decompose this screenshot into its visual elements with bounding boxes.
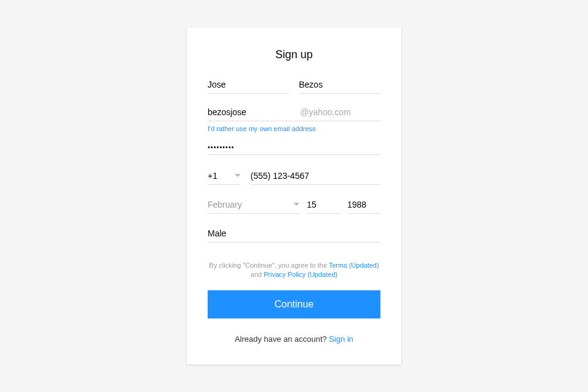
- signup-card: Sign up @yahoo.com I'd rather use my own…: [187, 28, 401, 365]
- page-title: Sign up: [208, 48, 380, 61]
- gender-input[interactable]: [208, 225, 380, 243]
- first-name-input[interactable]: [208, 76, 289, 94]
- phone-input[interactable]: [251, 167, 380, 185]
- birth-day-input[interactable]: [307, 196, 340, 214]
- chevron-down-icon: [293, 203, 300, 206]
- chevron-down-icon: [235, 174, 241, 177]
- email-local-input[interactable]: [208, 104, 288, 121]
- use-own-email-link[interactable]: I'd rather use my own email address: [208, 125, 315, 132]
- country-code-select[interactable]: +1: [208, 167, 241, 185]
- agreement-text: By clicking "Continue", you agree to the…: [208, 261, 380, 280]
- birth-year-input[interactable]: [347, 196, 380, 214]
- birth-month-select[interactable]: February: [208, 196, 300, 214]
- last-name-input[interactable]: [299, 76, 380, 94]
- password-input[interactable]: [208, 140, 380, 155]
- country-code-value: +1: [208, 171, 232, 181]
- privacy-link[interactable]: Privacy Policy (Updated): [263, 271, 337, 278]
- sign-in-link[interactable]: Sign in: [329, 334, 353, 344]
- terms-link[interactable]: Terms (Updated): [329, 262, 379, 269]
- email-domain-label: @yahoo.com: [288, 104, 380, 121]
- continue-button[interactable]: Continue: [208, 290, 380, 318]
- signin-prompt: Already have an account? Sign in: [208, 334, 380, 344]
- birth-month-value: February: [208, 200, 291, 209]
